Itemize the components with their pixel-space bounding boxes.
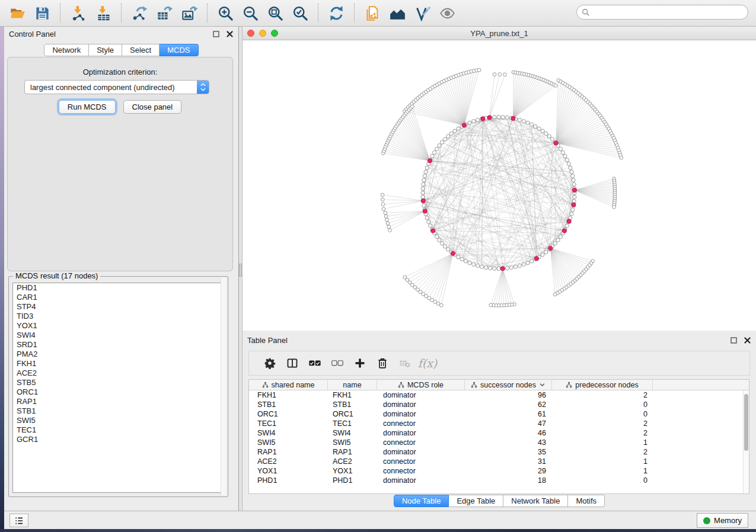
zoom-out-icon bbox=[243, 5, 259, 21]
search-input[interactable] bbox=[593, 8, 743, 17]
open-file-button[interactable] bbox=[5, 2, 30, 24]
import-table-button[interactable] bbox=[91, 2, 116, 24]
zoom-in-button[interactable] bbox=[213, 2, 238, 24]
mcds-result-item[interactable]: SWI5 bbox=[13, 416, 224, 425]
table-row[interactable]: PHD1PHD1dominator180 bbox=[249, 476, 749, 485]
close-panel-button[interactable]: Close panel bbox=[123, 100, 182, 114]
export-network-button[interactable] bbox=[127, 2, 152, 24]
node-table-body: FKH1FKH1dominator962STB1STB1dominator620… bbox=[249, 390, 749, 485]
mcds-result-item[interactable]: SRD1 bbox=[13, 340, 224, 350]
mcds-result-item[interactable]: GCR1 bbox=[13, 435, 224, 444]
mcds-result-item[interactable]: STP4 bbox=[13, 302, 224, 312]
tab-select[interactable]: Select bbox=[122, 44, 160, 56]
column-header-MCDS-role[interactable]: MCDS role bbox=[377, 380, 465, 390]
mcds-result-item[interactable]: TEC1 bbox=[13, 425, 224, 435]
table-panel-title: Table Panel bbox=[247, 336, 288, 345]
function-icon: f(x) bbox=[418, 357, 438, 370]
mcds-result-item[interactable]: CAR1 bbox=[13, 293, 224, 302]
delete-column-button[interactable] bbox=[371, 353, 394, 373]
status-bar: Memory bbox=[4, 511, 756, 529]
eye-icon bbox=[439, 5, 455, 21]
tab-node-table[interactable]: Node Table bbox=[394, 495, 449, 507]
desktop-background-bottom bbox=[0, 529, 756, 532]
table-row[interactable]: STB1STB1dominator620 bbox=[249, 400, 749, 409]
refresh-button[interactable] bbox=[324, 2, 349, 24]
function-builder-button[interactable]: f(x) bbox=[416, 353, 439, 373]
mcds-result-item[interactable]: PMA2 bbox=[13, 350, 224, 359]
import-network-button[interactable] bbox=[66, 2, 91, 24]
home-button[interactable] bbox=[385, 2, 410, 24]
table-row[interactable]: FKH1FKH1dominator962 bbox=[249, 390, 749, 400]
network-window: YPA_prune.txt_1 bbox=[242, 27, 756, 331]
split-table-button[interactable] bbox=[281, 353, 304, 373]
float-table-panel-icon[interactable] bbox=[729, 336, 738, 344]
run-mcds-button[interactable]: Run MCDS bbox=[59, 100, 116, 114]
tab-style[interactable]: Style bbox=[89, 44, 122, 56]
import-table-icon bbox=[95, 5, 111, 21]
optimization-criterion-label: Optimization criterion: bbox=[8, 68, 232, 76]
zoom-fit-icon bbox=[267, 5, 283, 21]
float-panel-icon[interactable] bbox=[212, 30, 220, 38]
toolbar-separator bbox=[60, 4, 60, 23]
vizmapper-button[interactable] bbox=[410, 2, 435, 24]
search-box[interactable] bbox=[576, 5, 748, 20]
tab-edge-table[interactable]: Edge Table bbox=[449, 495, 503, 507]
memory-button[interactable]: Memory bbox=[697, 513, 748, 528]
tab-network-table[interactable]: Network Table bbox=[503, 495, 568, 507]
hide-panels-button[interactable] bbox=[435, 2, 460, 24]
mcds-result-list: PHD1CAR1STP4TID3YOX1SWI4SRD1PMA2FKH1ACE2… bbox=[12, 283, 224, 493]
zoom-out-button[interactable] bbox=[238, 2, 263, 24]
mcds-result-item[interactable]: SWI4 bbox=[13, 331, 224, 340]
column-header-predecessor-nodes[interactable]: predecessor nodes bbox=[552, 380, 653, 390]
table-scrollbar-thumb[interactable] bbox=[744, 394, 748, 451]
table-settings-button[interactable] bbox=[259, 353, 281, 373]
mcds-result-item[interactable]: STB1 bbox=[13, 406, 224, 416]
export-image-button[interactable] bbox=[177, 2, 202, 24]
mcds-result-item[interactable]: ACE2 bbox=[13, 368, 224, 378]
tab-motifs[interactable]: Motifs bbox=[568, 495, 605, 507]
mcds-result-item[interactable]: TID3 bbox=[13, 312, 224, 321]
mcds-result-item[interactable]: STB5 bbox=[13, 378, 224, 387]
export-table-icon bbox=[157, 5, 173, 21]
zoom-selected-button[interactable] bbox=[288, 2, 312, 24]
home-icon bbox=[390, 5, 406, 21]
table-row[interactable]: RAP1RAP1dominator352 bbox=[249, 447, 749, 457]
table-panel: Table Panel f(x) shared namenameMCDS rol… bbox=[242, 331, 756, 511]
select-all-columns-button[interactable] bbox=[304, 353, 326, 373]
deselect-all-columns-button[interactable] bbox=[326, 353, 349, 373]
table-toolbar: f(x) bbox=[248, 351, 750, 376]
close-panel-icon[interactable] bbox=[225, 30, 234, 38]
criterion-select[interactable]: largest connected component (undirected) bbox=[24, 80, 209, 94]
toolbar-separator bbox=[318, 4, 318, 23]
table-scrollbar[interactable] bbox=[743, 390, 749, 493]
column-header-successor-nodes[interactable]: successor nodes bbox=[465, 380, 552, 390]
table-row[interactable]: YOX1YOX1connector291 bbox=[249, 466, 749, 476]
mcds-result-item[interactable]: FKH1 bbox=[13, 359, 224, 368]
node-table: shared namenameMCDS rolesuccessor nodesp… bbox=[248, 379, 749, 494]
save-session-button[interactable] bbox=[30, 2, 55, 24]
table-row[interactable]: TEC1TEC1connector472 bbox=[249, 419, 749, 428]
delete-table-button[interactable] bbox=[394, 353, 416, 373]
show-panels-button[interactable] bbox=[9, 514, 28, 527]
column-header-name[interactable]: name bbox=[328, 380, 377, 390]
mcds-result-scrollbar[interactable] bbox=[221, 278, 227, 495]
close-table-panel-icon[interactable] bbox=[743, 336, 751, 344]
add-column-button[interactable] bbox=[349, 353, 371, 373]
table-row[interactable]: SWI5SWI5connector431 bbox=[249, 438, 749, 447]
network-window-titlebar: YPA_prune.txt_1 bbox=[243, 27, 756, 40]
mcds-result-item[interactable]: PHD1 bbox=[13, 283, 224, 293]
column-header-shared-name[interactable]: shared name bbox=[249, 380, 328, 390]
mcds-result-item[interactable]: ORC1 bbox=[13, 387, 224, 397]
tab-network[interactable]: Network bbox=[44, 44, 89, 56]
mcds-result-item[interactable]: YOX1 bbox=[13, 321, 224, 331]
mcds-result-groupbox: MCDS result (17 nodes) PHD1CAR1STP4TID3Y… bbox=[8, 276, 228, 497]
mcds-result-item[interactable]: RAP1 bbox=[13, 397, 224, 406]
zoom-fit-button[interactable] bbox=[263, 2, 288, 24]
table-row[interactable]: SWI4SWI4dominator462 bbox=[249, 428, 749, 438]
export-table-button[interactable] bbox=[152, 2, 177, 24]
tab-mcds[interactable]: MCDS bbox=[160, 44, 198, 56]
table-row[interactable]: ACE2ACE2connector311 bbox=[249, 457, 749, 466]
table-row[interactable]: ORC1ORC1dominator610 bbox=[249, 409, 749, 419]
network-graph[interactable] bbox=[243, 40, 756, 331]
share-document-button[interactable] bbox=[360, 2, 385, 24]
